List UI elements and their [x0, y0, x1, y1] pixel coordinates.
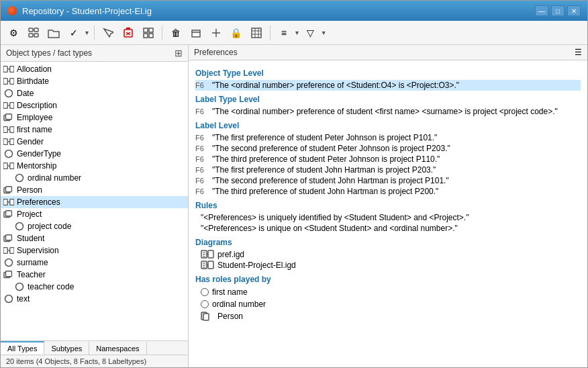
f6-text-ll5: "The second preference of student John H… — [212, 176, 581, 185]
grid-icon[interactable]: ⊞ — [175, 48, 183, 58]
tree-item-label-teachercode: teacher code — [28, 282, 74, 291]
arrows-button[interactable] — [207, 24, 226, 42]
tree-item-firstname[interactable]: first name — [1, 124, 188, 136]
tree-item-mentorship[interactable]: Mentorship — [1, 160, 188, 172]
tree-item-label-date: Date — [17, 89, 34, 98]
delete-button[interactable] — [119, 24, 138, 42]
trash-button[interactable]: 🗑 — [166, 24, 185, 42]
label-row-1: F6 "The first preference of student Pete… — [195, 132, 581, 143]
tree-item-label-allocation: Allocation — [17, 64, 52, 74]
svg-rect-21 — [3, 66, 7, 73]
check-dropdown-arrow[interactable]: ▼ — [84, 30, 90, 36]
table-button[interactable] — [247, 24, 266, 42]
tab-all-types[interactable]: All Types — [1, 341, 44, 355]
checkmark-dropdown[interactable]: ✓ ▼ — [64, 24, 90, 42]
cursor-button[interactable] — [99, 24, 117, 42]
has-roles-heading: Has roles played by — [195, 275, 581, 284]
check-button[interactable]: ✓ — [64, 24, 83, 42]
tree-item-teacher[interactable]: Teacher — [1, 269, 188, 281]
svg-rect-46 — [3, 199, 7, 205]
app-icon — [7, 6, 17, 15]
f6-label-ll6: F6 — [195, 187, 212, 195]
tree-item-person[interactable]: Person — [1, 184, 188, 196]
box-button[interactable] — [187, 24, 205, 42]
folder-button[interactable] — [44, 24, 63, 42]
maximize-button[interactable]: □ — [551, 5, 565, 16]
svg-rect-53 — [6, 234, 12, 240]
tree-item-label-person: Person — [17, 185, 42, 195]
tree-item-date[interactable]: Date — [1, 87, 188, 99]
tree-item-surname[interactable]: surname — [1, 257, 188, 269]
f6-label-lt1: F6 — [195, 107, 212, 116]
tree-item-teachercode[interactable]: teacher code — [1, 281, 188, 293]
settings-button[interactable]: ⚙ — [4, 24, 23, 42]
right-panel-title: Preferences — [194, 48, 238, 57]
diagram-item-1[interactable]: pref.igd — [195, 249, 581, 260]
svg-rect-3 — [34, 34, 38, 37]
label-type-row-1: F6 "The <ordinal number> preference of s… — [195, 106, 581, 117]
f6-text-ll3: "The third preference of student Peter J… — [212, 154, 581, 164]
tab-subtypes[interactable]: Subtypes — [44, 341, 89, 355]
circle-icon-text — [3, 294, 14, 304]
object-type-level-heading: Object Type Level — [195, 68, 581, 78]
fact-icon-firstname — [3, 125, 14, 134]
title-controls[interactable]: — □ ✕ — [535, 5, 581, 16]
entity-icon-employee — [3, 113, 14, 122]
status-bar: 20 items (4 Objects, 8 Facts, 8 Labeltyp… — [1, 355, 188, 367]
title-bar: Repository - Student-Project-El.ig — □ ✕ — [1, 1, 587, 21]
has-roles-item-1[interactable]: first name — [195, 286, 581, 298]
minimize-button[interactable]: — — [535, 5, 548, 16]
tree-area: Allocation Birthdate Date Description Em… — [1, 62, 188, 340]
tree-item-student[interactable]: Student — [1, 232, 188, 244]
toolbar-group-3: 🗑 🔒 — [166, 24, 266, 42]
label-row-5: F6 "The second preference of student Joh… — [195, 175, 581, 186]
filter-button[interactable]: ▽ — [301, 24, 320, 42]
diagram-item-2[interactable]: Student-Project-El.igd — [195, 260, 581, 271]
align-dropdown[interactable]: ≡ ▼ — [275, 24, 300, 42]
tree-item-label-mentorship: Mentorship — [17, 161, 56, 171]
toolbar: ⚙ ✓ ▼ 🗑 — [1, 21, 587, 45]
tree-item-project[interactable]: Project — [1, 208, 188, 220]
has-roles-item-3[interactable]: Person — [195, 310, 581, 322]
tree-item-employee[interactable]: Employee — [1, 111, 188, 124]
align-button[interactable]: ≡ — [275, 24, 293, 42]
tree-item-text[interactable]: text — [1, 293, 188, 305]
tree-item-supervision[interactable]: Supervision — [1, 244, 188, 257]
toolbar-group-1: ⚙ ✓ ▼ — [4, 24, 90, 42]
right-header-icon[interactable]: ☰ — [575, 48, 582, 57]
fact-icon-description — [3, 101, 14, 110]
align-dropdown-arrow[interactable]: ▼ — [294, 30, 300, 36]
label-row-3: F6 "The third preference of student Pete… — [195, 154, 581, 165]
has-roles-item-2[interactable]: ordinal number — [195, 298, 581, 310]
tree-item-description[interactable]: Description — [1, 99, 188, 111]
diagram-label-1: pref.igd — [217, 250, 244, 259]
entity-icon-project — [3, 210, 14, 219]
tree-item-ordinalnumber[interactable]: ordinal number — [1, 172, 188, 184]
filter-dropdown[interactable]: ▽ ▼ — [301, 24, 327, 42]
svg-rect-2 — [29, 34, 33, 37]
rule-text-1: "<Preferences> is uniquely identified by… — [195, 212, 581, 223]
fact-icon-mentorship — [3, 161, 14, 171]
tree-item-allocation[interactable]: Allocation — [1, 63, 188, 75]
user-button[interactable] — [24, 24, 43, 42]
svg-rect-0 — [29, 28, 33, 32]
svg-rect-37 — [10, 139, 14, 145]
svg-point-51 — [16, 223, 23, 230]
circle-icon-date — [3, 89, 14, 98]
f6-label-ll1: F6 — [195, 134, 212, 142]
grid-button[interactable] — [139, 24, 158, 42]
fact-icon-birthdate — [3, 77, 14, 86]
tree-item-projectcode[interactable]: project code — [1, 220, 188, 232]
tree-item-label-surname: surname — [17, 258, 48, 267]
rule-text-2: "<Preferences> is unique on <Student Stu… — [195, 223, 581, 234]
close-button[interactable]: ✕ — [567, 5, 581, 16]
lock-button[interactable]: 🔒 — [227, 24, 246, 42]
tree-item-birthdate[interactable]: Birthdate — [1, 75, 188, 87]
tab-namespaces[interactable]: Namespaces — [89, 341, 146, 355]
tree-item-gender[interactable]: Gender — [1, 136, 188, 148]
tree-item-gendertype[interactable]: GenderType — [1, 148, 188, 160]
svg-rect-50 — [6, 210, 12, 216]
f6-label-ll4: F6 — [195, 166, 212, 174]
tree-item-preferences[interactable]: Preferences — [1, 196, 188, 208]
filter-dropdown-arrow[interactable]: ▼ — [321, 30, 327, 36]
